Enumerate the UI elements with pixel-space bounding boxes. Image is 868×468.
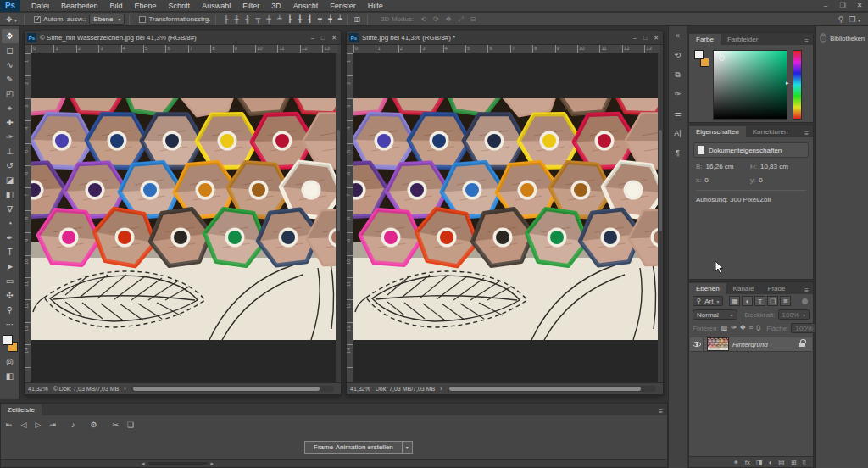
panel-menu-icon[interactable]: ≡ [800,287,813,294]
crop-tool[interactable]: ◰ [2,86,19,101]
quick-mask-button[interactable]: ◎ [2,354,19,369]
menu-datei[interactable]: Datei [25,0,55,11]
vertical-ruler[interactable]: 1234567891011121314 [347,53,353,384]
distribute-grid-icon[interactable]: ⊞ [352,15,364,24]
foreground-color-swatch[interactable] [3,335,13,345]
workspace-switcher[interactable]: ❐ ▾ [846,15,863,24]
menu-auswahl[interactable]: Auswahl [196,0,236,11]
layer-thumbnail[interactable] [707,337,729,351]
align-icon-7[interactable]: ╂ [298,15,302,23]
menu-bild[interactable]: Bild [104,0,129,11]
ruler-origin[interactable] [347,45,353,53]
transition-button[interactable]: ❏ [127,421,134,429]
menu-filter[interactable]: Filter [236,0,265,11]
align-icon-0[interactable]: ╟ [224,15,229,23]
align-icon-9[interactable]: ┯ [318,15,322,23]
adjustment-layer-icon[interactable]: ◐ [768,459,772,466]
filter-adjustment-layers-icon[interactable]: ◐ [742,296,753,306]
opacity-value[interactable]: 100%▾ [778,309,810,320]
close-button[interactable]: ✕ [851,2,868,9]
horizontal-ruler[interactable]: 012345678910111213 [31,45,337,53]
move-tool-preset-icon[interactable]: ✥ ▾ [3,15,19,24]
zoom-level[interactable]: 41,32% [28,386,48,392]
align-icon-4[interactable]: ╪ [266,15,271,23]
transform-controls-checkbox[interactable] [139,16,146,23]
auto-select-dropdown[interactable]: Ebene▾ [89,14,125,25]
filter-toggle[interactable] [802,298,808,304]
panel-menu-icon[interactable]: ≡ [800,130,813,137]
tab-pfade[interactable]: Pfade [761,283,793,294]
color-marker[interactable] [719,55,725,61]
x-field[interactable]: x:0 [696,176,750,184]
filter-smart-objects-icon[interactable]: ⧈ [780,296,791,306]
horizontal-scrollbar[interactable] [448,386,656,392]
horizontal-ruler[interactable]: 012345678910111213 [353,45,659,53]
lock-position-icon[interactable]: ✥ [740,324,746,332]
audio-button[interactable]: ♪ [71,421,75,429]
type-tool[interactable]: T [2,245,19,259]
menu-ebene[interactable]: Ebene [129,0,163,11]
document-2-canvas[interactable] [353,53,659,384]
doc-maximize-button[interactable]: □ [643,35,647,42]
tab-kanaele[interactable]: Kanäle [726,283,761,294]
brush-settings-panel-icon[interactable]: ✑ [670,88,686,100]
align-icon-1[interactable]: ╫ [234,15,239,23]
document-1-canvas[interactable] [31,53,337,384]
tab-ebenen[interactable]: Ebenen [689,283,726,294]
layer-visibility-toggle[interactable] [690,337,704,352]
new-layer-icon[interactable]: ⊞ [791,459,797,466]
clone-stamp-tool[interactable]: ⊥ [2,144,19,159]
y-field[interactable]: y:0 [750,176,804,184]
screen-mode-button[interactable]: ◧ [2,369,19,383]
link-layers-icon[interactable]: ⚭ [733,459,739,466]
blend-mode-dropdown[interactable]: Normal▾ [693,309,737,320]
hue-slider[interactable] [793,50,802,120]
panel-menu-icon[interactable]: ≡ [800,37,813,45]
foreground-color-swatch[interactable] [694,50,704,59]
lock-all-icon[interactable]: ⬯ [756,324,760,332]
history-brush-tool[interactable]: ↺ [2,159,19,173]
menu-fenster[interactable]: Fenster [324,0,362,11]
history-panel-icon[interactable]: ⟲ [670,49,686,61]
align-icon-10[interactable]: ┿ [328,15,332,23]
doc-close-button[interactable]: ✕ [654,35,659,42]
timeline-settings-button[interactable]: ⚙ [90,421,97,429]
tab-farbe[interactable]: Farbe [689,34,721,45]
split-button[interactable]: ✂ [113,421,120,429]
filter-pixel-layers-icon[interactable]: ▦ [729,296,740,306]
saturation-brightness-field[interactable] [713,50,787,120]
brush-tool[interactable]: ✑ [2,130,19,144]
document-1-titlebar[interactable]: Ps © Stifte_mit Wasserzeichen.jpg bei 41… [25,31,341,45]
minimize-button[interactable]: – [817,2,834,9]
auto-select-checkbox[interactable] [34,16,41,23]
tab-farbfelder[interactable]: Farbfelder [721,34,765,45]
blur-tool[interactable]: ∇ [2,202,19,216]
layer-mask-icon[interactable]: ◨ [756,459,763,466]
doc-minimize-button[interactable]: – [633,35,637,42]
ruler-origin[interactable] [25,45,31,53]
play-button[interactable]: ▷ [35,421,41,429]
create-animation-dropdown[interactable]: ▾ [403,441,413,454]
layer-effects-icon[interactable]: fx [745,459,750,466]
width-field[interactable]: B:16,26 cm [696,163,750,170]
zoom-tool[interactable]: ⚲ [2,303,19,317]
healing-brush-tool[interactable]: ✚ [2,115,19,130]
zoom-in-icon[interactable]: ▸ [211,460,214,467]
status-chevron[interactable]: › [124,386,125,392]
menu-bearbeiten[interactable]: Bearbeiten [55,0,104,11]
expand-panels-icon[interactable]: « [670,30,686,42]
timeline-zoom-control[interactable]: ◂ ▸ [142,460,214,467]
doc-maximize-button[interactable]: □ [321,35,325,42]
zoom-level[interactable]: 41,32% [350,386,370,392]
zoom-out-icon[interactable]: ◂ [142,460,145,467]
tab-eigenschaften[interactable]: Eigenschaften [689,126,746,137]
align-icon-5[interactable]: ╧ [277,15,282,23]
menu-3d[interactable]: 3D [265,0,287,11]
doc-close-button[interactable]: ✕ [331,35,337,42]
marquee-tool[interactable]: ◻ [2,43,19,58]
create-frame-animation-button[interactable]: Frame-Animation erstellen [304,441,403,454]
lock-artboard-icon[interactable]: ⌗ [749,324,754,332]
hue-slider-pointer[interactable]: ▸ [786,80,789,86]
vertical-ruler[interactable]: 1234567891011121314 [25,53,31,384]
brushes-panel-icon[interactable]: ⚌ [670,108,686,120]
